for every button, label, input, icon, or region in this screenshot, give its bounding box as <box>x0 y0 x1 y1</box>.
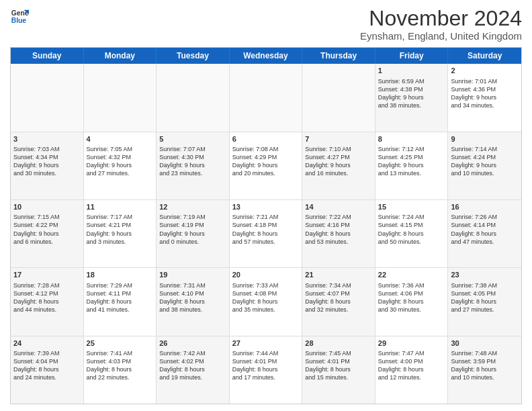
header-wednesday: Wednesday <box>230 48 303 64</box>
calendar-row-1: 1Sunrise: 6:59 AM Sunset: 4:38 PM Daylig… <box>11 64 521 131</box>
cal-cell-1-7: 2Sunrise: 7:01 AM Sunset: 4:36 PM Daylig… <box>448 64 521 131</box>
day-number: 4 <box>87 134 154 144</box>
cell-info: Sunrise: 7:45 AM Sunset: 4:01 PM Dayligh… <box>305 349 372 382</box>
cal-cell-4-5: 21Sunrise: 7:34 AM Sunset: 4:07 PM Dayli… <box>302 268 375 335</box>
day-number: 14 <box>305 202 372 212</box>
cal-cell-4-4: 20Sunrise: 7:33 AM Sunset: 4:08 PM Dayli… <box>230 268 303 335</box>
location: Eynsham, England, United Kingdom <box>360 30 522 42</box>
cal-cell-1-1 <box>11 64 84 131</box>
logo-icon: General Blue <box>10 7 29 26</box>
cal-cell-3-7: 16Sunrise: 7:26 AM Sunset: 4:14 PM Dayli… <box>448 200 521 267</box>
calendar-row-4: 17Sunrise: 7:28 AM Sunset: 4:12 PM Dayli… <box>11 267 521 335</box>
cal-cell-3-3: 12Sunrise: 7:19 AM Sunset: 4:19 PM Dayli… <box>157 200 230 267</box>
header-tuesday: Tuesday <box>157 48 230 64</box>
day-number: 27 <box>232 338 300 349</box>
calendar-row-5: 24Sunrise: 7:39 AM Sunset: 4:04 PM Dayli… <box>11 336 521 404</box>
cal-cell-3-4: 13Sunrise: 7:21 AM Sunset: 4:18 PM Dayli… <box>230 200 303 267</box>
svg-text:Blue: Blue <box>11 17 27 24</box>
header-saturday: Saturday <box>448 48 521 64</box>
day-number: 26 <box>159 338 226 349</box>
day-number: 5 <box>159 134 226 144</box>
cell-info: Sunrise: 7:05 AM Sunset: 4:32 PM Dayligh… <box>87 145 154 178</box>
cal-cell-2-5: 7Sunrise: 7:10 AM Sunset: 4:27 PM Daylig… <box>302 132 375 199</box>
cell-info: Sunrise: 7:48 AM Sunset: 3:59 PM Dayligh… <box>451 349 519 382</box>
day-number: 23 <box>451 270 519 280</box>
calendar: SundayMondayTuesdayWednesdayThursdayFrid… <box>10 47 522 404</box>
cell-info: Sunrise: 7:41 AM Sunset: 4:03 PM Dayligh… <box>87 349 154 382</box>
cell-info: Sunrise: 7:07 AM Sunset: 4:30 PM Dayligh… <box>159 145 226 178</box>
cal-cell-5-4: 27Sunrise: 7:44 AM Sunset: 4:01 PM Dayli… <box>230 336 303 404</box>
day-number: 20 <box>232 270 300 280</box>
day-number: 18 <box>87 270 154 280</box>
cal-cell-1-6: 1Sunrise: 6:59 AM Sunset: 4:38 PM Daylig… <box>375 64 449 131</box>
day-number: 30 <box>451 338 519 349</box>
month-title: November 2024 <box>360 7 522 30</box>
cal-cell-1-5 <box>302 64 375 131</box>
day-number: 21 <box>305 270 372 280</box>
day-number: 13 <box>232 202 300 212</box>
day-number: 15 <box>378 202 445 212</box>
cell-info: Sunrise: 7:08 AM Sunset: 4:29 PM Dayligh… <box>232 145 300 178</box>
cell-info: Sunrise: 7:29 AM Sunset: 4:11 PM Dayligh… <box>87 281 154 314</box>
header: General Blue November 2024 Eynsham, Engl… <box>10 7 522 42</box>
day-number: 1 <box>378 66 445 76</box>
cal-cell-5-6: 29Sunrise: 7:47 AM Sunset: 4:00 PM Dayli… <box>375 336 449 404</box>
cal-cell-2-3: 5Sunrise: 7:07 AM Sunset: 4:30 PM Daylig… <box>157 132 230 199</box>
cell-info: Sunrise: 7:34 AM Sunset: 4:07 PM Dayligh… <box>305 281 372 314</box>
calendar-body: 1Sunrise: 6:59 AM Sunset: 4:38 PM Daylig… <box>11 64 521 404</box>
cal-cell-4-2: 18Sunrise: 7:29 AM Sunset: 4:11 PM Dayli… <box>84 268 157 335</box>
header-sunday: Sunday <box>11 48 84 64</box>
cell-info: Sunrise: 7:39 AM Sunset: 4:04 PM Dayligh… <box>13 349 81 382</box>
cell-info: Sunrise: 7:28 AM Sunset: 4:12 PM Dayligh… <box>13 281 81 314</box>
cell-info: Sunrise: 7:15 AM Sunset: 4:22 PM Dayligh… <box>13 213 81 246</box>
cal-cell-5-7: 30Sunrise: 7:48 AM Sunset: 3:59 PM Dayli… <box>448 336 521 404</box>
cal-cell-1-2 <box>84 64 157 131</box>
cal-cell-2-7: 9Sunrise: 7:14 AM Sunset: 4:24 PM Daylig… <box>448 132 521 199</box>
day-number: 6 <box>232 134 300 144</box>
day-number: 9 <box>451 134 519 144</box>
title-area: November 2024 Eynsham, England, United K… <box>360 7 522 42</box>
day-number: 8 <box>378 134 445 144</box>
cal-cell-1-3 <box>157 64 230 131</box>
cell-info: Sunrise: 7:33 AM Sunset: 4:08 PM Dayligh… <box>232 281 300 314</box>
cell-info: Sunrise: 7:42 AM Sunset: 4:02 PM Dayligh… <box>159 349 226 382</box>
header-monday: Monday <box>84 48 157 64</box>
cell-info: Sunrise: 7:22 AM Sunset: 4:16 PM Dayligh… <box>305 213 372 246</box>
cal-cell-3-2: 11Sunrise: 7:17 AM Sunset: 4:21 PM Dayli… <box>84 200 157 267</box>
day-number: 17 <box>13 270 81 280</box>
calendar-row-2: 3Sunrise: 7:03 AM Sunset: 4:34 PM Daylig… <box>11 132 521 199</box>
cal-cell-4-6: 22Sunrise: 7:36 AM Sunset: 4:06 PM Dayli… <box>375 268 449 335</box>
day-number: 19 <box>159 270 226 280</box>
cell-info: Sunrise: 7:17 AM Sunset: 4:21 PM Dayligh… <box>87 213 154 246</box>
day-number: 24 <box>13 338 81 349</box>
day-number: 10 <box>13 202 81 212</box>
cell-info: Sunrise: 7:47 AM Sunset: 4:00 PM Dayligh… <box>378 349 445 382</box>
cal-cell-4-7: 23Sunrise: 7:38 AM Sunset: 4:05 PM Dayli… <box>448 268 521 335</box>
calendar-row-3: 10Sunrise: 7:15 AM Sunset: 4:22 PM Dayli… <box>11 199 521 267</box>
cell-info: Sunrise: 7:44 AM Sunset: 4:01 PM Dayligh… <box>232 349 300 382</box>
header-friday: Friday <box>375 48 449 64</box>
cal-cell-3-6: 15Sunrise: 7:24 AM Sunset: 4:15 PM Dayli… <box>375 200 449 267</box>
cal-cell-4-3: 19Sunrise: 7:31 AM Sunset: 4:10 PM Dayli… <box>157 268 230 335</box>
cal-cell-5-3: 26Sunrise: 7:42 AM Sunset: 4:02 PM Dayli… <box>157 336 230 404</box>
day-number: 12 <box>159 202 226 212</box>
cell-info: Sunrise: 7:24 AM Sunset: 4:15 PM Dayligh… <box>378 213 445 246</box>
cal-cell-5-2: 25Sunrise: 7:41 AM Sunset: 4:03 PM Dayli… <box>84 336 157 404</box>
cal-cell-2-6: 8Sunrise: 7:12 AM Sunset: 4:25 PM Daylig… <box>375 132 449 199</box>
cal-cell-2-2: 4Sunrise: 7:05 AM Sunset: 4:32 PM Daylig… <box>84 132 157 199</box>
cell-info: Sunrise: 6:59 AM Sunset: 4:38 PM Dayligh… <box>378 77 445 110</box>
cell-info: Sunrise: 7:36 AM Sunset: 4:06 PM Dayligh… <box>378 281 445 314</box>
cal-cell-2-4: 6Sunrise: 7:08 AM Sunset: 4:29 PM Daylig… <box>230 132 303 199</box>
page: General Blue November 2024 Eynsham, Engl… <box>0 0 532 411</box>
cell-info: Sunrise: 7:10 AM Sunset: 4:27 PM Dayligh… <box>305 145 372 178</box>
day-number: 22 <box>378 270 445 280</box>
cell-info: Sunrise: 7:03 AM Sunset: 4:34 PM Dayligh… <box>13 145 81 178</box>
cal-cell-1-4 <box>230 64 303 131</box>
cell-info: Sunrise: 7:01 AM Sunset: 4:36 PM Dayligh… <box>451 77 519 110</box>
logo: General Blue <box>10 7 29 26</box>
cell-info: Sunrise: 7:19 AM Sunset: 4:19 PM Dayligh… <box>159 213 226 246</box>
cal-cell-5-5: 28Sunrise: 7:45 AM Sunset: 4:01 PM Dayli… <box>302 336 375 404</box>
day-number: 7 <box>305 134 372 144</box>
header-thursday: Thursday <box>302 48 375 64</box>
calendar-header: SundayMondayTuesdayWednesdayThursdayFrid… <box>11 48 521 64</box>
